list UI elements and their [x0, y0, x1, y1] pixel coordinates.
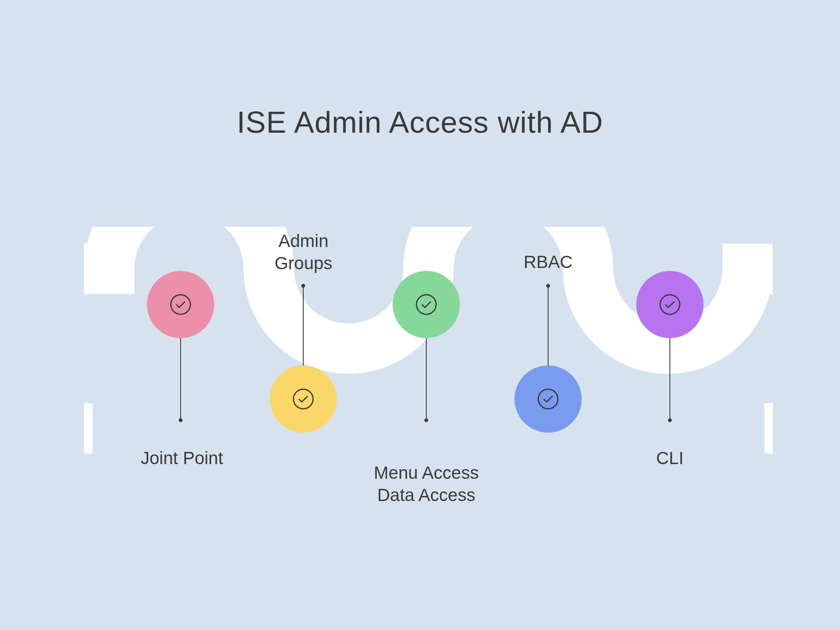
- check-circle-icon: [169, 293, 192, 316]
- connector: [548, 286, 549, 365]
- svg-point-0: [171, 295, 191, 315]
- connector-dot: [668, 418, 672, 422]
- node-admin-groups: [270, 365, 337, 433]
- connector: [180, 338, 181, 420]
- connector-dot: [302, 284, 305, 288]
- svg-point-1: [294, 389, 313, 409]
- check-circle-icon: [536, 387, 560, 411]
- connector: [669, 338, 670, 420]
- check-circle-icon: [658, 293, 682, 316]
- node-cli: [636, 271, 704, 338]
- node-label-joint-point: Joint Point: [141, 447, 220, 470]
- node-label-cli: CLI: [655, 447, 685, 470]
- connector-dot: [425, 418, 428, 422]
- node-label-menu-data-access: Menu Access Data Access: [370, 462, 483, 506]
- node-label-rbac: RBAC: [523, 251, 573, 273]
- connector-dot: [179, 418, 183, 422]
- connector: [303, 286, 304, 365]
- connector-dot: [546, 284, 550, 288]
- connector: [426, 338, 427, 420]
- svg-point-3: [538, 389, 558, 409]
- node-joint-point: [147, 271, 214, 338]
- svg-point-2: [417, 295, 436, 315]
- svg-point-4: [660, 295, 680, 315]
- node-label-admin-groups: Admin Groups: [269, 230, 338, 274]
- check-circle-icon: [415, 293, 438, 316]
- node-menu-data-access: [393, 271, 460, 338]
- node-rbac: [514, 365, 582, 433]
- check-circle-icon: [291, 387, 315, 411]
- diagram-title: ISE Admin Access with AD: [0, 105, 840, 139]
